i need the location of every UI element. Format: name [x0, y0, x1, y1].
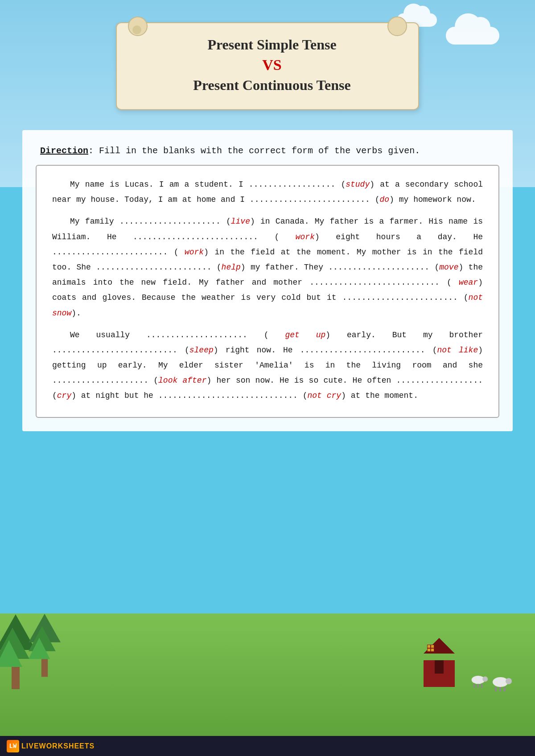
lw-brand-accent: WORKSHEETS [39, 742, 95, 750]
verb-cry: cry [57, 391, 71, 400]
direction-line: Direction: Fill in the blanks with the c… [40, 146, 499, 156]
paragraph-2: My family ..................... (live) i… [52, 214, 483, 320]
exercise-box: My name is Lucas. I am a student. I ....… [36, 165, 499, 418]
verb-do: do [380, 195, 390, 204]
ground-background [0, 613, 535, 756]
animal-2 [470, 675, 486, 685]
scroll-curl-right [394, 25, 403, 34]
liveworksheets-logo: LW LIVEWORKSHEETS [7, 740, 95, 752]
verb-not-like: not like [437, 346, 478, 355]
title-line2: Present Continuous Tense [148, 77, 396, 94]
verb-move: move [439, 263, 458, 272]
lw-icon: LW [7, 740, 19, 752]
direction-text: : Fill in the blanks with the correct fo… [88, 146, 420, 156]
paragraph-3: We usually ..................... ( get u… [52, 327, 483, 404]
title-vs: VS [148, 57, 396, 74]
verb-live: live [231, 217, 250, 226]
tree-left-2 [29, 614, 61, 677]
verb-work2: work [185, 248, 204, 257]
verb-study: study [346, 180, 370, 189]
verb-help: help [222, 263, 241, 272]
bottom-bar: LW LIVEWORKSHEETS [0, 736, 535, 756]
animal-1 [493, 677, 508, 687]
title-area: Present Simple Tense VS Present Continuo… [18, 13, 517, 119]
paragraph-1: My name is Lucas. I am a student. I ....… [52, 177, 483, 207]
direction-label: Direction [40, 146, 88, 156]
verb-get-up: get up [285, 331, 325, 339]
white-content-area: Direction: Fill in the blanks with the c… [22, 130, 513, 431]
verb-not-cry: not cry [308, 391, 342, 400]
lw-brand-text: LIVEWORKSHEETS [21, 742, 95, 750]
page-content: Present Simple Tense VS Present Continuo… [18, 13, 517, 431]
verb-sleep: sleep [189, 346, 214, 355]
scroll-curl-left [132, 25, 141, 34]
verb-not-snow: not snow [52, 293, 483, 317]
title-scroll: Present Simple Tense VS Present Continuo… [116, 22, 419, 110]
lw-brand-plain: LIVE [21, 742, 39, 750]
barn [424, 638, 455, 687]
title-line1: Present Simple Tense [148, 37, 396, 53]
lw-icon-text: LW [9, 743, 17, 750]
verb-wear: wear [459, 278, 478, 287]
verb-work1: work [296, 233, 315, 241]
verb-look-after: look after [158, 376, 206, 385]
